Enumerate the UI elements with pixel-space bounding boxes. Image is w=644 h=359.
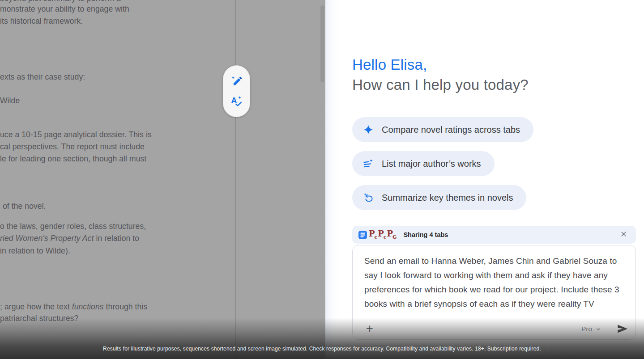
svg-text:A: A bbox=[231, 95, 237, 105]
gutenberg-favicon-icon: PG bbox=[387, 230, 397, 240]
chip-label: Compare novel ratings across tabs bbox=[382, 125, 520, 135]
document-text-line: o the laws, gender roles, class structur… bbox=[0, 222, 146, 231]
sharing-tabs-bar: Pc Pc PG Sharing 4 tabs bbox=[352, 226, 636, 244]
a-spark-check-icon: A bbox=[230, 95, 243, 108]
chip-list-works[interactable]: List major author’s works bbox=[352, 151, 495, 176]
proofread-button[interactable]: A bbox=[230, 95, 243, 108]
document-page-edge bbox=[235, 0, 236, 359]
chip-label: List major author’s works bbox=[382, 159, 481, 169]
document-text-line: le for leading one section, though all m… bbox=[0, 154, 146, 164]
ai-writing-toolbar: A bbox=[223, 65, 250, 117]
document-text-line: exts as their case study: bbox=[0, 72, 85, 82]
document-text-line: ried Women's Property Act in relation to bbox=[0, 234, 139, 243]
document-text-line: beyond plot summary to perform a bbox=[0, 0, 121, 3]
loop-spark-icon bbox=[363, 192, 374, 203]
google-docs-favicon-icon bbox=[358, 230, 367, 240]
screen: beyond plot summary to perform a monstra… bbox=[0, 0, 644, 359]
close-sharing-button[interactable] bbox=[618, 229, 629, 241]
greeting: Hello Elisa, How can I help you today? bbox=[352, 55, 529, 95]
document-text-line: uce a 10-15 page analytical dossier. Thi… bbox=[0, 130, 152, 139]
shared-tab-favicons: Pc Pc PG bbox=[358, 230, 397, 240]
close-icon bbox=[620, 231, 627, 239]
document-text-line: of the novel. bbox=[3, 202, 46, 211]
document-text-line: monstrate your ability to engage with bbox=[0, 4, 129, 14]
document-text-line: ; argue how the text functions through t… bbox=[0, 302, 147, 312]
prompt-input[interactable]: Send an email to Hanna Weber, James Chin… bbox=[353, 245, 635, 311]
disclaimer-text: Results for illustrative purposes, seque… bbox=[0, 346, 644, 352]
document-text-line: cal perspectives. The report must includ… bbox=[0, 142, 145, 152]
document-text-line: its historical framework. bbox=[0, 17, 83, 26]
gutenberg-favicon-icon: Pc bbox=[378, 230, 386, 240]
chip-compare-ratings[interactable]: Compare novel ratings across tabs bbox=[352, 117, 533, 142]
bottom-gradient-overlay bbox=[0, 318, 644, 359]
spark-icon bbox=[363, 124, 374, 135]
sharing-tabs-label: Sharing 4 tabs bbox=[403, 231, 618, 238]
document-text-line: in relation to Wilde). bbox=[0, 246, 70, 256]
gutenberg-favicon-icon: Pc bbox=[369, 230, 377, 240]
document-scrollbar-thumb[interactable] bbox=[320, 5, 324, 82]
help-me-write-button[interactable] bbox=[230, 75, 243, 88]
list-spark-icon bbox=[363, 158, 374, 169]
suggestion-chips: Compare novel ratings across tabs List m… bbox=[352, 117, 533, 210]
dimmed-document-page: beyond plot summary to perform a monstra… bbox=[0, 0, 325, 359]
gemini-side-panel: Hello Elisa, How can I help you today? C… bbox=[325, 0, 644, 359]
pencil-spark-icon bbox=[230, 75, 243, 88]
greeting-name: Hello Elisa, bbox=[352, 55, 529, 75]
greeting-question: How can I help you today? bbox=[352, 75, 529, 95]
chip-summarize-themes[interactable]: Summarize key themes in novels bbox=[352, 185, 526, 210]
chip-label: Summarize key themes in novels bbox=[382, 193, 513, 203]
document-text-line: Wilde bbox=[0, 96, 20, 106]
